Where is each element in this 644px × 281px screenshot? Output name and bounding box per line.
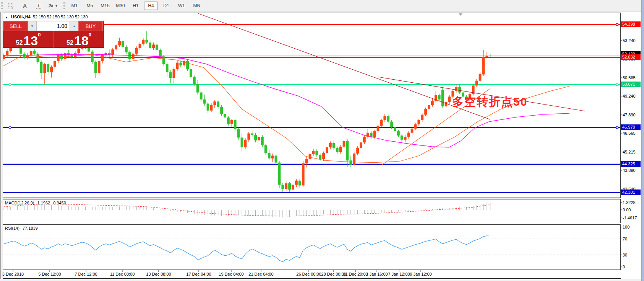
toolbar-grip[interactable] — [1, 2, 3, 10]
candle-body — [251, 134, 253, 135]
candle-body — [421, 115, 423, 121]
date-label: 13 Dec 08:00 — [146, 272, 171, 276]
text-box-icon: T — [36, 3, 41, 9]
candle-body — [203, 100, 206, 104]
candle-body — [64, 53, 67, 59]
candle-body — [281, 185, 284, 189]
line-handle[interactable] — [616, 83, 618, 85]
candle-body — [159, 50, 162, 56]
candle-body — [295, 181, 298, 185]
candle-body — [77, 49, 80, 53]
candle-body — [6, 51, 9, 55]
timeframe-button-w1[interactable]: W1 — [175, 2, 188, 10]
candle-body — [220, 107, 223, 114]
price-line-label-54.398: 54.398 — [621, 21, 641, 27]
candle-body — [292, 185, 294, 190]
candle-body — [339, 147, 342, 152]
macd-tick-label: 0.00 — [623, 207, 641, 212]
quantity-input[interactable] — [36, 21, 70, 31]
candle-body — [373, 131, 376, 137]
timeframe-button-m1[interactable]: M1 — [68, 2, 81, 10]
sell-price-pips: 13 — [23, 34, 38, 47]
arrow-objects-tool-button[interactable]: ▼ — [46, 1, 60, 10]
rsi-tick-label: 100 — [623, 224, 641, 230]
candle-body — [302, 163, 305, 185]
timeframe-button-d1[interactable]: D1 — [159, 2, 173, 10]
candle-body — [67, 53, 70, 54]
candle-body — [329, 143, 332, 147]
quantity-decrease-button[interactable]: ▼ — [28, 21, 36, 31]
candle-body — [210, 105, 213, 111]
candle-body — [271, 156, 274, 158]
sell-button[interactable]: SELL — [3, 21, 28, 31]
buy-price-display[interactable]: 52 18 0 — [54, 31, 104, 48]
price-line-label-46.970: 46.970 — [621, 124, 641, 130]
candle-body — [23, 54, 26, 58]
chevron-down-icon: ▼ — [55, 4, 58, 8]
candle-body — [387, 116, 389, 122]
candle-body — [380, 120, 383, 126]
candle-body — [149, 42, 151, 48]
price-tick-label: 47.890 — [623, 112, 641, 118]
symbol-timeframe: USOil-,H4 — [11, 15, 31, 19]
candle-body — [353, 154, 355, 165]
toolbar-grip-2[interactable] — [63, 2, 65, 10]
candle-body — [224, 114, 226, 118]
line-handle[interactable] — [616, 24, 618, 26]
fibonacci-tool-button[interactable]: F — [5, 1, 17, 10]
rsi-line — [4, 236, 490, 262]
candle-body — [383, 116, 386, 120]
line-handle[interactable] — [616, 127, 618, 129]
chart-shift-marker[interactable] — [459, 13, 462, 16]
downtrend-steep-trendline — [198, 13, 490, 119]
candle-body — [176, 63, 179, 69]
macd-plot-layer — [4, 203, 490, 217]
candle-body — [309, 154, 311, 159]
candle-body — [275, 156, 277, 163]
sell-price-point: 0 — [38, 32, 41, 38]
quantity-increase-button[interactable]: ▲ — [70, 21, 78, 31]
buy-button[interactable]: BUY — [78, 21, 103, 31]
triangle-up-icon: ▲ — [5, 16, 8, 19]
candle-body — [394, 127, 396, 131]
candle-body — [485, 56, 488, 57]
candle-body — [475, 81, 478, 86]
candle-body — [360, 142, 362, 148]
candle-body — [145, 40, 148, 42]
timeframe-button-mn[interactable]: MN — [190, 2, 204, 10]
candle-body — [132, 54, 135, 59]
candle-body — [94, 62, 97, 73]
candle-body — [230, 120, 233, 124]
candle-body — [428, 105, 430, 109]
candle-body — [336, 148, 339, 152]
timeframe-button-h4[interactable]: H4 — [144, 2, 158, 10]
timeframe-button-h1[interactable]: H1 — [129, 2, 143, 10]
candle-body — [234, 120, 237, 129]
line-handle[interactable] — [9, 127, 11, 129]
candle-body — [305, 159, 308, 163]
text-label-tool-button[interactable]: A — [19, 1, 31, 10]
candle-body — [241, 137, 243, 147]
timeframe-button-m5[interactable]: M5 — [83, 2, 97, 10]
candle-body — [57, 55, 60, 61]
candle-body — [326, 147, 328, 153]
candle-body — [142, 40, 145, 44]
rsi-tick-label: 30 — [623, 252, 641, 258]
candle-body — [285, 183, 287, 189]
candle-body — [397, 131, 400, 136]
candle-body — [33, 51, 36, 54]
macd-signal-line — [4, 204, 490, 216]
date-label: 17 Dec 04:00 — [186, 272, 211, 276]
text-box-tool-button[interactable]: T — [32, 1, 45, 10]
candle-body — [404, 137, 407, 140]
timeframe-button-m30[interactable]: M30 — [114, 2, 127, 10]
sell-price-display[interactable]: 52 13 0 — [3, 31, 54, 48]
candle-body — [424, 109, 427, 115]
candle-body — [30, 51, 32, 55]
candle-body — [40, 62, 43, 73]
candle-body — [166, 64, 169, 72]
timeframe-button-m15[interactable]: M15 — [98, 2, 112, 10]
date-label: 7 Jan 12:00 — [388, 272, 410, 276]
candle-body — [407, 133, 410, 137]
line-handle[interactable] — [9, 83, 11, 85]
